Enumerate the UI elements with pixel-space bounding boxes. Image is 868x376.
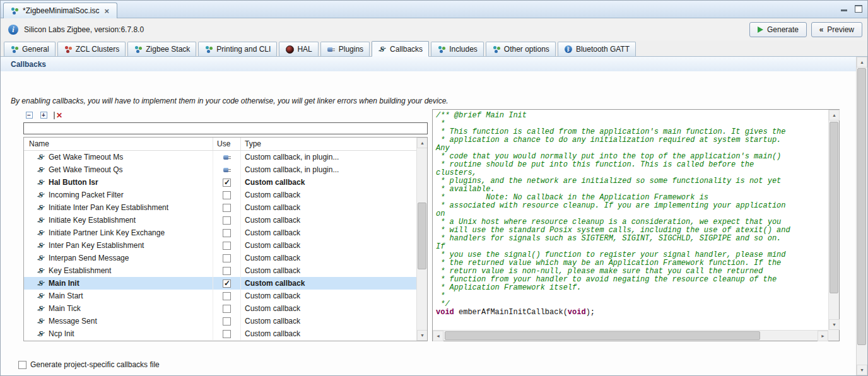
table-row[interactable]: Ncp Init Custom callback	[24, 327, 416, 340]
table-row[interactable]: Main Start Custom callback	[24, 290, 416, 302]
category-tab[interactable]: Zigbee Stack	[127, 42, 196, 56]
stack-version-text: Silicon Labs Zigbee, version:6.7.8.0	[24, 25, 144, 34]
close-icon[interactable]: ×	[103, 7, 110, 15]
callback-name: Main Tick	[49, 304, 81, 313]
use-checkbox[interactable]	[223, 191, 231, 199]
use-checkbox[interactable]	[223, 317, 231, 326]
tab-icon	[10, 45, 19, 54]
use-checkbox[interactable]	[223, 179, 231, 187]
table-scrollbar[interactable]: ▲ ▼	[416, 138, 427, 341]
use-checkbox[interactable]	[223, 305, 231, 313]
scrollbar-thumb[interactable]	[418, 203, 426, 269]
category-tab[interactable]: Bluetooth GATT	[558, 42, 636, 56]
category-tab[interactable]: Other options	[486, 42, 556, 56]
generate-file-label: Generate project-specific callbacks file	[30, 360, 160, 369]
tab-label: HAL	[297, 45, 312, 54]
table-row[interactable]: Incoming Packet Filter Custom callback	[24, 189, 416, 201]
scrollbar-corner	[828, 330, 839, 341]
editor-scrollbar[interactable]: ▲ ▼	[856, 57, 867, 375]
callback-icon	[37, 191, 45, 199]
scroll-right-button[interactable]: ►	[818, 331, 828, 341]
column-header-name[interactable]: Name	[24, 138, 213, 150]
table-body: Get Wake Timeout Ms Custom callback, in …	[24, 151, 416, 341]
table-row[interactable]: Initiate Inter Pan Key Establishment Cus…	[24, 201, 416, 214]
category-tab[interactable]: Plugins	[320, 42, 370, 56]
use-checkbox[interactable]	[223, 267, 231, 275]
clear-filter-button[interactable]: ✕	[52, 110, 64, 121]
editor-file-tab[interactable]: *ZigbeeMinimalSoc.isc ×	[3, 3, 117, 18]
generate-callbacks-file-option[interactable]: Generate project-specific callbacks file	[18, 360, 160, 369]
column-header-use[interactable]: Use	[213, 138, 241, 150]
use-cell	[213, 214, 241, 226]
collapse-all-button[interactable]: −	[23, 110, 35, 121]
table-row[interactable]: Main Tick Custom callback	[24, 302, 416, 315]
use-checkbox[interactable]	[223, 254, 231, 262]
callback-name: Hal Button Isr	[49, 178, 98, 187]
callback-name: Ncp Init	[49, 329, 74, 338]
keyword-void: void	[568, 308, 586, 317]
preview-button[interactable]: « Preview	[811, 22, 862, 37]
category-tab[interactable]: Callbacks	[372, 41, 429, 57]
table-row[interactable]: Inter Pan Key Establishment Custom callb…	[24, 239, 416, 252]
use-checkbox[interactable]	[223, 204, 231, 212]
generate-file-checkbox[interactable]	[18, 361, 26, 369]
table-row[interactable]: Interpan Send Message Custom callback	[24, 252, 416, 264]
table-row[interactable]: Main Init Custom callback	[24, 277, 416, 290]
column-header-type[interactable]: Type	[241, 138, 427, 150]
tab-label: Bluetooth GATT	[576, 45, 630, 54]
callback-icon	[37, 279, 45, 288]
scroll-up-button[interactable]: ▲	[829, 110, 840, 120]
code-horizontal-scrollbar[interactable]: ◄ ►	[433, 330, 828, 341]
maximize-button[interactable]	[854, 5, 862, 12]
scroll-up-button[interactable]: ▲	[417, 138, 428, 148]
category-tab[interactable]: HAL	[279, 42, 318, 56]
callback-type-cell: Custom callback	[241, 228, 416, 237]
scrollbar-thumb[interactable]	[445, 331, 760, 340]
scroll-down-button[interactable]: ▼	[417, 330, 428, 341]
callback-name-cell: Main Init	[24, 277, 213, 290]
scrollbar-thumb[interactable]	[857, 68, 866, 345]
table-header: Name Use Type	[24, 138, 427, 151]
expand-all-button[interactable]: +	[38, 110, 49, 121]
code-vertical-scrollbar[interactable]: ▲ ▼	[828, 110, 839, 330]
scroll-up-button[interactable]: ▲	[857, 57, 867, 68]
callback-name-cell: Main Tick	[24, 302, 213, 315]
plugin-icon	[223, 153, 232, 162]
use-checkbox[interactable]	[223, 216, 231, 225]
scroll-left-button[interactable]: ◄	[433, 331, 443, 341]
use-checkbox[interactable]	[223, 242, 231, 250]
callback-type-cell: Custom callback	[241, 241, 416, 250]
code-comment-line: /** @brief Main Init	[436, 112, 828, 120]
scroll-down-button[interactable]: ▼	[829, 319, 840, 330]
callback-name: Initiate Partner Link Key Exchange	[49, 228, 165, 237]
callbacks-list-panel: − + ✕ Name Use Type Get Wake Timeout Ms	[23, 109, 428, 121]
code-comment-line: * handlers for signals such as SIGTERM, …	[436, 235, 828, 243]
callback-name-cell: Message Sent	[24, 315, 213, 327]
use-checkbox[interactable]	[223, 279, 231, 288]
page-title: Callbacks	[11, 60, 46, 69]
category-tab[interactable]: ZCL Clusters	[57, 42, 126, 56]
table-row[interactable]: Get Wake Timeout Ms Custom callback, in …	[24, 151, 416, 163]
category-tab[interactable]: General	[4, 42, 56, 56]
category-tab[interactable]: Printing and CLI	[198, 42, 277, 56]
generate-button[interactable]: Generate	[749, 22, 807, 37]
callback-name: Get Wake Timeout Qs	[49, 165, 123, 174]
use-checkbox[interactable]	[223, 330, 231, 338]
callback-name: Initiate Key Establishment	[49, 216, 136, 225]
minimize-button[interactable]	[840, 5, 848, 12]
table-row[interactable]: Initiate Key Establishment Custom callba…	[24, 214, 416, 226]
table-row[interactable]: Key Establishment Custom callback	[24, 264, 416, 277]
use-checkbox[interactable]	[223, 292, 231, 300]
filter-input[interactable]	[23, 122, 428, 134]
table-row[interactable]: Get Wake Timeout Qs Custom callback, in …	[24, 163, 416, 176]
callback-type-cell: Custom callback	[241, 266, 416, 275]
table-row[interactable]: Hal Button Isr Custom callback	[24, 176, 416, 189]
category-tab[interactable]: Includes	[431, 42, 484, 56]
scrollbar-thumb[interactable]	[830, 122, 838, 293]
table-row[interactable]: Initiate Partner Link Key Exchange Custo…	[24, 226, 416, 239]
callback-type-cell: Custom callback	[241, 191, 416, 199]
expand-all-icon: +	[40, 112, 47, 119]
scroll-down-button[interactable]: ▼	[857, 365, 867, 375]
table-row[interactable]: Message Sent Custom callback	[24, 315, 416, 327]
use-checkbox[interactable]	[223, 229, 231, 237]
